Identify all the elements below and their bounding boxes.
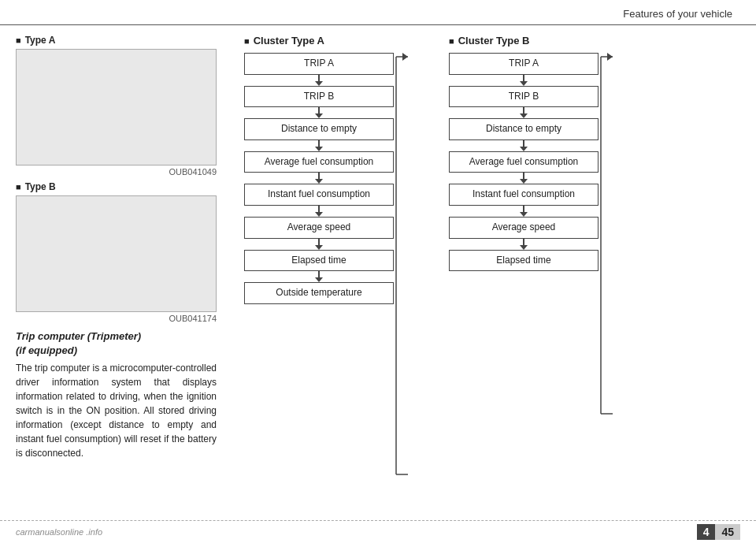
cluster-a-elapsed: Elapsed time (244, 250, 394, 272)
cluster-a-distance: Distance to empty (244, 118, 394, 140)
loop-arrow-b (593, 57, 621, 414)
page-footer: carmanualsonline .info 4 45 (0, 520, 756, 543)
trip-title: Trip computer (Tripmeter)(if equipped) (16, 329, 236, 358)
type-b-label: Type B (16, 181, 236, 192)
arrow-a-3 (314, 140, 324, 151)
arrow-b-1 (519, 75, 528, 86)
page-number-box: 4 45 (697, 524, 740, 540)
cluster-b-trip-b: TRIP B (449, 86, 598, 108)
type-a-image (16, 49, 217, 166)
trip-body: The trip computer is a microcomputer-con… (16, 361, 217, 460)
arrow-b-6 (519, 239, 528, 250)
arrow-b-3 (519, 140, 528, 151)
clusters-area: Cluster Type A TRIP A TRIP B Distance to… (236, 35, 606, 460)
header-title: Features of your vehicle (623, 8, 732, 20)
cluster-b-distance: Distance to empty (449, 118, 598, 140)
type-a-caption: OUB041049 (16, 167, 217, 177)
arrow-b-2 (519, 107, 528, 118)
page-num-right: 45 (715, 524, 740, 540)
arrow-a-1 (314, 75, 324, 86)
cluster-b-elapsed: Elapsed time (449, 250, 598, 272)
cluster-b-avg-speed: Average speed (449, 217, 598, 239)
cluster-b-flowchart: TRIP A TRIP B Distance to empty Average … (449, 53, 598, 271)
cluster-a-trip-b: TRIP B (244, 86, 394, 108)
cluster-b-header: Cluster Type B (449, 35, 598, 46)
arrow-b-4 (519, 173, 528, 184)
arrow-a-4 (314, 173, 324, 184)
cluster-b-instant-fuel: Instant fuel consumption (449, 184, 598, 206)
arrow-a-6 (314, 239, 324, 250)
cluster-b-col: Cluster Type B TRIP A TRIP B Distance to… (441, 35, 606, 460)
cluster-a-header: Cluster Type A (244, 35, 394, 46)
page-num-left: 4 (697, 524, 716, 540)
cluster-a-avg-speed: Average speed (244, 217, 394, 239)
type-b-caption: OUB041174 (16, 314, 217, 323)
arrow-b-5 (519, 206, 528, 217)
arrow-a-7 (314, 271, 324, 282)
svg-marker-9 (607, 53, 613, 61)
arrow-a-2 (314, 107, 324, 118)
footer-logo: carmanualsonline .info (16, 527, 102, 537)
cluster-b-trip-a: TRIP A (449, 53, 598, 75)
arrow-a-5 (314, 206, 324, 217)
svg-marker-4 (402, 53, 408, 61)
cluster-a-avg-fuel: Average fuel consumption (244, 151, 394, 173)
cluster-a-outside-temp: Outside temperature (244, 282, 394, 304)
left-column: Type A OUB041049 Type B OUB041174 Trip c… (16, 35, 236, 460)
cluster-a-flowchart: TRIP A TRIP B Distance to empty Average … (244, 53, 394, 304)
cluster-a-instant-fuel: Instant fuel consumption (244, 184, 394, 206)
type-a-label: Type A (16, 35, 236, 46)
page-header: Features of your vehicle (0, 0, 756, 25)
cluster-a-col: Cluster Type A TRIP A TRIP B Distance to… (236, 35, 402, 460)
cluster-a-trip-a: TRIP A (244, 53, 394, 75)
cluster-b-avg-fuel: Average fuel consumption (449, 151, 598, 173)
loop-arrow-a (388, 57, 416, 474)
type-b-image (16, 195, 217, 312)
main-content: Type A OUB041049 Type B OUB041174 Trip c… (0, 25, 756, 460)
